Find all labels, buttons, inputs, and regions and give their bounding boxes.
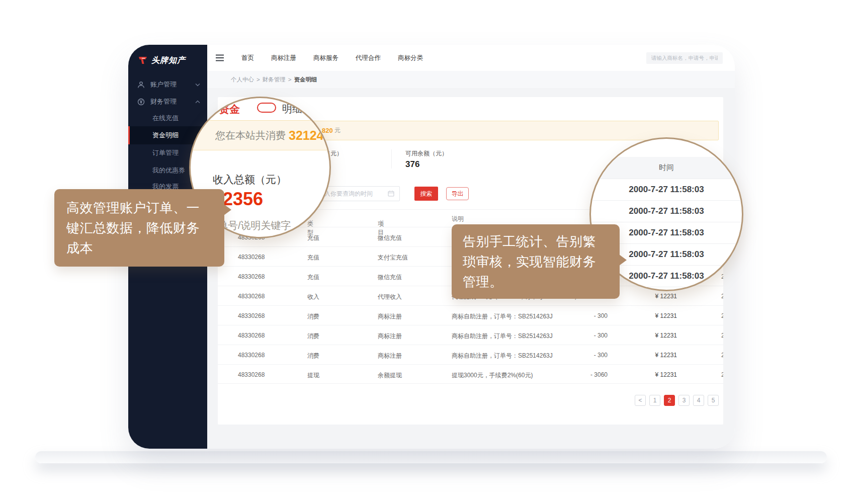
table-row: 48330268消费商标注册商标自助注册，订单号：SB2514263J- 300… (218, 305, 723, 325)
table-row: 48330268消费商标注册商标自助注册，订单号：SB2514263J- 300… (218, 325, 723, 345)
user-icon (137, 81, 145, 89)
finance-icon (137, 98, 145, 106)
table-row: 48330268消费商标注册商标自助注册，订单号：SB2514263J- 300… (218, 345, 723, 364)
sort-caret-icon (380, 220, 384, 222)
available-balance-value: 376 (405, 159, 419, 170)
sidebar-item-account[interactable]: 账户管理 (128, 75, 207, 94)
table-row: 48330268提现余额提现提现3000元，手续费2%(60元)- 3060¥ … (218, 364, 723, 384)
nav-agent-cooperation[interactable]: 代理合作 (356, 54, 381, 62)
nav-menu: 首页 商标注册 商标服务 代理合作 商标分类 (241, 54, 423, 62)
banner-unit: 元 (334, 126, 340, 135)
pagination-page-5[interactable]: 5 (708, 395, 719, 406)
lens-time-header: 时间 (591, 157, 742, 179)
available-balance-label: 可用余额（元） (405, 149, 448, 158)
sidebar-item-finance[interactable]: 财务管理 (128, 92, 207, 111)
pagination-page-2[interactable]: 2 (664, 395, 675, 406)
lens-tab-badge (257, 103, 276, 113)
brand-flag-icon (137, 55, 148, 66)
breadcrumb-current: 资金明细 (294, 76, 317, 83)
chevron-down-icon (195, 83, 200, 87)
top-navbar: 首页 商标注册 商标服务 代理合作 商标分类 (207, 45, 735, 71)
lens-consumption-banner: 您在本站共消费 32124 元 (189, 120, 331, 150)
brand-name: 头牌知产 (151, 55, 186, 66)
pagination-page-3[interactable]: 3 (678, 395, 690, 406)
nav-trademark-service[interactable]: 商标服务 (313, 54, 338, 62)
breadcrumb-personal-center[interactable]: 个人中心 (231, 76, 254, 83)
lens-income-label: 收入总额（元） (213, 173, 287, 187)
col-description: 说明 (452, 215, 464, 223)
callout-left-text: 高效管理账户订单、一键汇总数据，降低财务成本 (66, 200, 200, 256)
sort-caret-icon (309, 220, 313, 222)
chevron-up-icon (195, 100, 200, 104)
logo: 头牌知产 (137, 55, 186, 66)
breadcrumb-finance[interactable]: 财务管理 (263, 76, 286, 83)
pagination-page-4[interactable]: 4 (693, 395, 704, 406)
page: 头牌知产 账户管理 财务管理 在线充值 (0, 0, 853, 504)
export-button[interactable]: 导出 (446, 187, 469, 200)
callout-right-text: 告别手工统计、告别繁琐审核，实现智能财务管理。 (463, 234, 596, 289)
menu-collapse-icon[interactable] (215, 54, 225, 62)
lens-time-cell: 2000-7-27 11:58:03 (591, 201, 742, 222)
breadcrumb: 个人中心 > 财务管理 > 资金明细 (207, 71, 735, 88)
search-button[interactable]: 搜索 (414, 187, 438, 201)
nav-trademark-register[interactable]: 商标注册 (271, 54, 296, 62)
pagination: < 1 2 3 4 5 (635, 395, 719, 406)
nav-home[interactable]: 首页 (241, 54, 254, 62)
calendar-icon[interactable] (388, 190, 394, 197)
callout-arrow-icon (224, 204, 231, 215)
pagination-prev[interactable]: < (635, 395, 646, 406)
lens-banner-amount: 32124 (289, 128, 324, 143)
banner-amount: 820 (322, 127, 333, 134)
callout-left: 高效管理账户订单、一键汇总数据，降低财务成本 (54, 189, 224, 267)
laptop-base (35, 451, 827, 463)
callout-right: 告别手工统计、告别繁琐审核，实现智能财务管理。 (452, 224, 620, 299)
nav-trademark-category[interactable]: 商标分类 (398, 54, 423, 62)
trademark-search-input[interactable] (646, 52, 723, 64)
divider (391, 149, 392, 169)
lens-time-cell: 2000-7-27 11:58:03 (591, 179, 742, 201)
pagination-page-1[interactable]: 1 (649, 395, 660, 406)
sidebar-item-online-recharge[interactable]: 在线充值 (128, 109, 207, 127)
callout-arrow-icon (619, 255, 627, 266)
